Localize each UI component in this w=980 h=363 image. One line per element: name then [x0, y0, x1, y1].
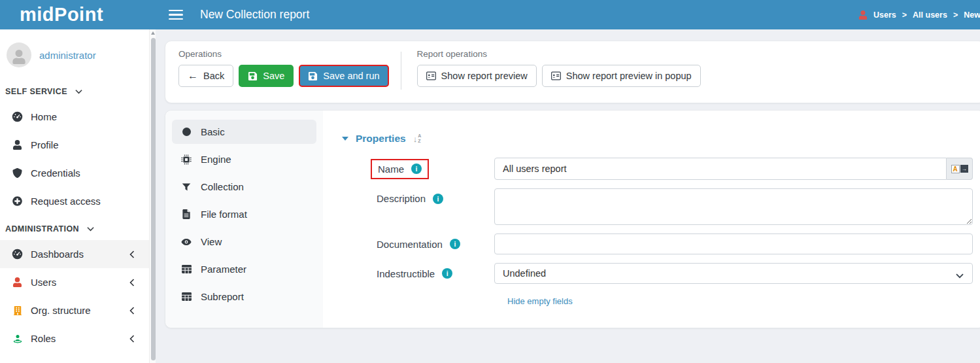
chevron-down-icon: [75, 89, 82, 94]
eye-icon: [181, 237, 192, 247]
info-icon[interactable]: i: [442, 268, 452, 279]
tab-label: View: [201, 236, 222, 247]
back-button[interactable]: ← Back: [178, 65, 233, 87]
breadcrumb-item-all-users[interactable]: All users: [913, 10, 947, 20]
indestructible-label: Indestructible: [377, 268, 435, 279]
chevron-down-icon: [87, 226, 94, 232]
save-floppy-icon: [308, 71, 318, 81]
self-service-nav: Home Profile Credentials Request access: [0, 103, 149, 215]
properties-header: Properties ↓ A Z: [342, 133, 973, 145]
sidebar-item-home[interactable]: Home: [0, 103, 149, 131]
field-row-name: Name i A →: [377, 158, 973, 180]
sidebar-item-profile[interactable]: Profile: [0, 131, 149, 159]
chevron-left-icon: [129, 279, 135, 286]
operations-label: Operations: [178, 49, 389, 59]
save-and-run-label: Save and run: [323, 71, 379, 81]
administration-nav: Dashboards Users Org. structure: [0, 240, 149, 353]
section-label: SELF SERVICE: [5, 87, 67, 96]
user-profile[interactable]: administrator: [0, 29, 149, 67]
section-self-service[interactable]: SELF SERVICE: [0, 87, 149, 96]
sidebar-item-roles[interactable]: Roles: [0, 324, 149, 353]
back-label: Back: [203, 71, 224, 81]
tab-label: Subreport: [201, 291, 244, 302]
collapse-caret-icon[interactable]: [342, 137, 348, 141]
section-administration[interactable]: ADMINISTRATION: [0, 224, 149, 233]
tab-label: Basic: [201, 126, 225, 137]
tab-view[interactable]: View: [172, 230, 316, 254]
back-arrow-icon: ←: [188, 71, 198, 81]
breadcrumb-separator: >: [902, 10, 907, 20]
tab-parameter[interactable]: Parameter: [172, 257, 316, 281]
form-tabs: Basic Engine Collection File format: [165, 111, 323, 328]
chevron-left-icon: [129, 335, 135, 343]
sidebar: administrator SELF SERVICE Home Profile: [0, 29, 156, 363]
description-textarea[interactable]: [494, 188, 973, 225]
sidebar-item-label: Request access: [31, 196, 101, 207]
hamburger-menu-icon[interactable]: [169, 10, 183, 20]
report-operations-label: Report operations: [417, 49, 701, 59]
report-form-panel: Basic Engine Collection File format: [165, 110, 980, 328]
tab-basic[interactable]: Basic: [172, 120, 316, 144]
filter-icon: [181, 182, 192, 192]
tab-label: Engine: [201, 154, 231, 165]
sidebar-item-label: Dashboards: [31, 249, 84, 260]
tab-file-format[interactable]: File format: [172, 202, 316, 226]
description-label: Description: [377, 193, 426, 204]
info-icon[interactable]: i: [433, 194, 443, 204]
name-input[interactable]: [494, 158, 947, 180]
operations-group: Operations ← Back Save: [178, 49, 389, 90]
sort-alpha-icon[interactable]: ↓ A Z: [413, 133, 422, 143]
midpoint-logo[interactable]: midPoint: [0, 4, 156, 26]
scrollbar-up-arrow-icon[interactable]: [151, 31, 155, 35]
sort-arrow: ↓: [413, 135, 418, 143]
info-icon[interactable]: i: [411, 164, 422, 174]
breadcrumb-item-users[interactable]: Users: [873, 10, 896, 20]
id-card-icon: [551, 71, 561, 81]
sort-letter-z: Z: [418, 139, 421, 144]
tab-engine[interactable]: Engine: [172, 147, 316, 171]
name-label-highlight: Name i: [371, 159, 429, 179]
sidebar-item-dashboards[interactable]: Dashboards: [0, 240, 149, 268]
sidebar-scrollbar[interactable]: [149, 29, 156, 363]
user-icon: [12, 139, 23, 150]
chevron-down-icon: [956, 270, 964, 275]
table-icon: [181, 292, 192, 302]
section-label: ADMINISTRATION: [5, 224, 79, 233]
main-content: Operations ← Back Save: [156, 29, 980, 363]
indestructible-select[interactable]: Undefined: [494, 263, 973, 284]
report-operations-group: Report operations Show report preview Sh…: [417, 49, 701, 90]
select-value: Undefined: [503, 268, 546, 279]
sidebar-item-label: Org. structure: [31, 305, 91, 316]
tachometer-icon: [12, 111, 23, 122]
hide-empty-fields-link[interactable]: Hide empty fields: [507, 296, 573, 306]
sidebar-item-org-structure[interactable]: Org. structure: [0, 296, 149, 324]
scrollbar-thumb[interactable]: [151, 38, 156, 360]
shield-icon: [12, 167, 23, 179]
show-report-preview-button[interactable]: Show report preview: [417, 65, 537, 87]
tab-label: Parameter: [201, 264, 246, 275]
save-and-run-button[interactable]: Save and run: [299, 65, 388, 87]
microchip-icon: [181, 154, 192, 165]
file-icon: [181, 209, 192, 220]
sidebar-item-users[interactable]: Users: [0, 268, 149, 296]
user-role-icon: [12, 333, 23, 344]
show-report-preview-popup-button[interactable]: Show report preview in popup: [542, 65, 701, 87]
save-label: Save: [263, 71, 284, 81]
info-icon[interactable]: i: [450, 239, 460, 249]
chevron-left-icon: [129, 251, 135, 258]
save-button[interactable]: Save: [239, 65, 294, 87]
top-navbar: midPoint New Collection report Users > A…: [0, 0, 980, 29]
sidebar-item-credentials[interactable]: Credentials: [0, 159, 149, 187]
sidebar-item-request-access[interactable]: Request access: [0, 187, 149, 215]
tab-collection[interactable]: Collection: [172, 175, 316, 199]
breadcrumb-separator: >: [953, 10, 958, 20]
tab-subreport[interactable]: Subreport: [172, 285, 316, 309]
breadcrumb: Users > All users > New Collection repor…: [858, 0, 980, 29]
circle-icon: [181, 127, 192, 137]
documentation-input[interactable]: [494, 233, 973, 254]
show-report-preview-popup-label: Show report preview in popup: [566, 71, 692, 81]
save-floppy-icon: [248, 71, 258, 81]
page-title: New Collection report: [200, 8, 309, 22]
polystring-language-button[interactable]: A →: [947, 158, 973, 180]
tachometer-icon: [12, 249, 23, 260]
